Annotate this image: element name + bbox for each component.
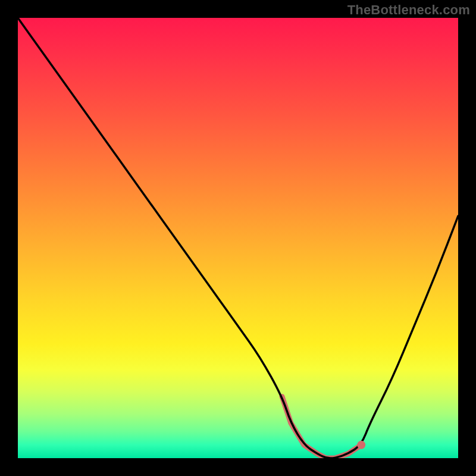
chart-frame: TheBottleneck.com: [0, 0, 476, 476]
watermark-text: TheBottleneck.com: [347, 2, 470, 18]
curve-line: [18, 18, 458, 458]
bottleneck-curve: [18, 18, 458, 458]
plot-area: [18, 18, 458, 458]
marker-dot: [357, 441, 365, 449]
